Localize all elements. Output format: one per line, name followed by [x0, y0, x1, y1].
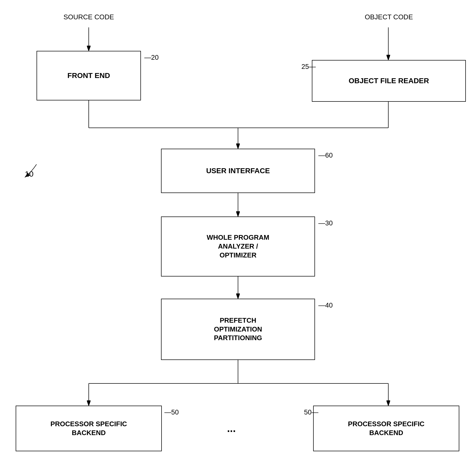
diagram: SOURCE CODE OBJECT CODE FRONT END —20 OB… — [0, 0, 476, 463]
whole-program-analyzer-ref: —30 — [318, 219, 333, 227]
processor-backend-right-box: PROCESSOR SPECIFICBACKEND — [313, 406, 459, 451]
object-code-label: OBJECT CODE — [360, 13, 418, 21]
processor-backend-right-ref: 50— — [304, 408, 318, 416]
user-interface-ref: —60 — [318, 151, 333, 159]
object-file-reader-ref: 25— — [301, 63, 316, 71]
source-code-label: SOURCE CODE — [56, 13, 121, 21]
prefetch-optimization-box: PREFETCHOPTIMIZATIONPARTITIONING — [161, 299, 315, 360]
processor-backend-left-box: PROCESSOR SPECIFICBACKEND — [16, 406, 162, 451]
front-end-box: FRONT END — [37, 51, 141, 100]
prefetch-optimization-ref: —40 — [318, 301, 333, 309]
user-interface-box: USER INTERFACE — [161, 149, 315, 193]
ellipsis: ... — [227, 423, 236, 434]
diagram-ref: 10 — [25, 170, 33, 178]
object-file-reader-box: OBJECT FILE READER — [312, 60, 466, 102]
whole-program-analyzer-box: WHOLE PROGRAMANALYZER /OPTIMIZER — [161, 217, 315, 276]
processor-backend-left-ref: —50 — [164, 408, 179, 416]
front-end-ref: —20 — [144, 53, 159, 62]
